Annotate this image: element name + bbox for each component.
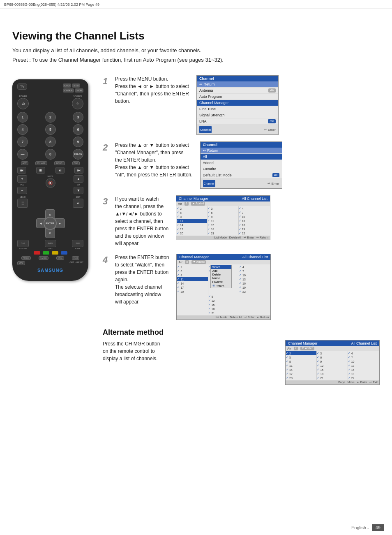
red-button[interactable] [34, 251, 40, 255]
ch-mgr-button[interactable]: CH MGR [35, 161, 47, 165]
btn-1[interactable]: 1 [17, 112, 28, 123]
alternate-method-inner: Press the CH MGR button on the remote co… [103, 340, 380, 385]
channel-grid-4: ✓ 2 ✓ 5 ✓ 8 ✓ 11 ✓ 14 ✓ 17 ✓ 20 [177, 264, 270, 315]
ch-num-3: 2 [184, 202, 189, 206]
yellow-button[interactable] [52, 251, 58, 255]
blue-button[interactable] [61, 251, 67, 255]
ch-14: ✓ 14 [177, 223, 207, 227]
set-reset-group: ○SET ○RESET [69, 261, 83, 265]
popup-add: Add [211, 269, 231, 273]
popup-favorite: Favorite [211, 280, 231, 284]
step-4-number: 4 [103, 255, 110, 265]
rew-button[interactable]: ⏮ [17, 167, 26, 174]
btn-5[interactable]: 5 [45, 124, 56, 135]
ch-8: ✓ 8 [177, 215, 207, 219]
btn-dash[interactable]: — [17, 149, 28, 160]
channel-alt-col-1: ✓ 2 ✓ 5 ✓ 8 ✓ 11 ✓ 14 ✓ 17 ✓ 20 [286, 351, 317, 380]
s-mode-button[interactable]: S.MODE [39, 256, 48, 260]
step-2-text-1: Press the ▲ or ▼ button to select [115, 141, 193, 149]
sleep-label: SLEEP [75, 248, 81, 250]
ch4-11: ✓ 11 [177, 277, 208, 281]
chalt-9: ✓ 9 [317, 359, 347, 364]
chalt-21: ✓ 21 [317, 376, 347, 380]
btn-8[interactable]: 8 [45, 137, 56, 147]
btn-2[interactable]: 2 [45, 112, 56, 123]
source-group: SOURCE ⊙ [72, 95, 83, 109]
cable-button[interactable]: CABLE [63, 88, 74, 93]
ch-up-button[interactable]: ▲ [74, 175, 83, 183]
mtx-button[interactable]: MTX [17, 261, 25, 265]
chalt-22: ✓ 22 [348, 376, 379, 380]
channel-manager-header-4: Channel Manager All Channel List [177, 254, 270, 260]
footer-exit-alt: ↩ Exit [369, 381, 378, 384]
vcr-button[interactable]: VCR [75, 88, 83, 93]
page-title: Viewing the Channel Lists [12, 30, 380, 42]
footer-enter-4: ↵ Enter [244, 316, 255, 319]
channel-manager-screenshot-3: Channel Manager All Channel List Air 2 ▼… [176, 195, 270, 240]
step-4-text-5: The selected channel [115, 283, 169, 291]
dns-button[interactable]: DNS [72, 161, 80, 165]
still-button[interactable]: STILL [56, 256, 64, 260]
enter-button[interactable]: ENTER [44, 217, 57, 230]
chalt-8: ✓ 8 [286, 359, 316, 364]
ch-num-alt: 2 [294, 347, 298, 350]
p-mode-button[interactable]: P.MODE [21, 256, 31, 260]
btn-prech[interactable]: PRE-CH [73, 149, 83, 160]
btn-7[interactable]: 7 [17, 137, 28, 147]
chalt-5: ✓ 5 [286, 355, 316, 359]
antenna-button[interactable]: ANT [21, 161, 28, 165]
fler-button[interactable]: FLER [72, 256, 79, 260]
fav-ch-button[interactable]: FAV CH [54, 161, 65, 165]
caption-button[interactable]: CAP [17, 240, 29, 247]
info-button[interactable]: INFO [45, 240, 56, 247]
stb-button[interactable]: STB [72, 83, 80, 88]
channel-manager-alt-footer: Page Move ↵ Enter ↩ Exit [286, 380, 379, 384]
ch-10: ✓ 10 [239, 215, 270, 219]
info-group: INFO INFO [45, 240, 56, 250]
chalt-15: ✓ 15 [317, 368, 347, 372]
step-1-number: 1 [103, 76, 110, 87]
ch-down-button[interactable]: ▼ [74, 187, 83, 194]
step-3-text-4: select a channel, then [115, 218, 168, 225]
numpad-row-3: 7 8 9 [17, 137, 83, 147]
source-button[interactable]: ⊙ [72, 98, 83, 109]
btn-0[interactable]: 0 [45, 149, 56, 160]
exit-button[interactable]: ↵ [73, 199, 83, 208]
btn-3[interactable]: 3 [73, 112, 83, 123]
channel-menu-fine-tune: Fine Tune [197, 106, 278, 112]
channel-col-4-2: ✓ 3 ✓ 6 Watch Add Delete Name Favorite [208, 265, 239, 315]
green-button[interactable] [43, 251, 49, 255]
btn-6[interactable]: 6 [73, 124, 83, 135]
step-4-text-4: again. [115, 276, 169, 283]
ch4-7: ✓ 7 [239, 269, 270, 273]
ch-group: ▲ CH ▼ [74, 175, 83, 194]
btn-9[interactable]: 9 [73, 137, 83, 147]
preset-text: Preset : To use the Channel Manager func… [12, 57, 380, 63]
dvd-button[interactable]: DVD [63, 83, 71, 88]
chalt-13: ✓ 13 [348, 364, 379, 368]
power-button[interactable]: ⏻ [17, 98, 29, 109]
mute-button[interactable]: 🔇 [46, 178, 55, 188]
channel-manager-title-3: Channel Manager [179, 197, 208, 201]
btn-4[interactable]: 4 [17, 124, 28, 135]
footer-delete-all-3: Delete All [229, 236, 242, 239]
added-label-alt: ▼ Added [300, 347, 315, 350]
chalt-11: ✓ 11 [286, 364, 316, 368]
channel-manager-footer-3: List Mode Delete All ↵ Enter ↩ Return [176, 236, 270, 240]
step-1-text-4: button. [115, 97, 189, 105]
tv-button[interactable]: TV [17, 83, 27, 90]
menu-button[interactable]: ☰ [17, 199, 28, 208]
ff-button[interactable]: ⏭ [74, 167, 83, 174]
channel-menu-signal-strength: Signal Strength [197, 112, 278, 118]
play-pause-button[interactable]: ⏯ [55, 167, 65, 174]
vol-down-button[interactable]: − [17, 187, 27, 194]
channel-menu-enter-1: ↵ Enter [264, 128, 276, 132]
vol-up-button[interactable]: + [17, 175, 27, 183]
sleep-button[interactable]: SLP [72, 240, 83, 247]
channel-col-4-1: ✓ 2 ✓ 5 ✓ 8 ✓ 11 ✓ 14 ✓ 17 ✓ 20 [177, 265, 208, 315]
air-label-4: Air [178, 260, 182, 264]
stop-button[interactable]: ⏹ [36, 167, 45, 174]
step-4-text-area: Press the ENTER button to select "Watch"… [115, 254, 172, 306]
ch4-19: ✓ 19 [239, 285, 270, 290]
bottom-mode-group: CABLE VCR [63, 88, 83, 93]
